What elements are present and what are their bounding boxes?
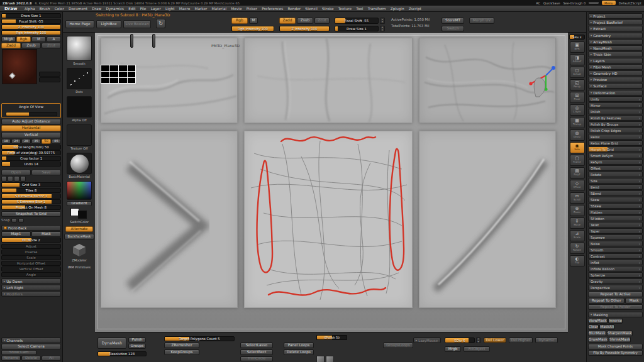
fill-mode-slider[interactable]: Fill Mode 2 bbox=[1, 238, 61, 243]
menu-item[interactable]: Edit bbox=[128, 7, 135, 11]
draw-size-slider[interactable]: Draw Size 1 bbox=[335, 26, 379, 31]
zscript-label[interactable]: DefaultZScript bbox=[619, 1, 641, 5]
masking-button[interactable]: MaskAll bbox=[599, 324, 614, 330]
subpalette-header[interactable]: ▸ NanoMesh bbox=[588, 45, 643, 51]
chevron-right-icon[interactable]: › bbox=[639, 110, 640, 114]
grid-overlay-widget[interactable] bbox=[101, 65, 136, 84]
plane-tile-mid-right[interactable] bbox=[419, 131, 556, 308]
paint-mode-button[interactable]: A bbox=[47, 36, 61, 42]
deformation-slider[interactable]: Skew › bbox=[588, 197, 643, 202]
spix-slider[interactable]: SPix 3 bbox=[569, 35, 585, 40]
document-canvas[interactable]: PM3D_Plane3D bbox=[95, 33, 568, 332]
menu-item[interactable]: Picker bbox=[247, 7, 257, 11]
morph-uv-button[interactable]: Morph UV bbox=[469, 18, 494, 24]
zcut-button[interactable]: Zcut bbox=[314, 18, 330, 24]
menu-item[interactable]: Marker bbox=[194, 7, 207, 11]
deformation-slider[interactable]: Rotate › bbox=[588, 172, 643, 177]
subpalette-header[interactable]: ▸ Layers bbox=[588, 58, 643, 63]
menu-item[interactable]: Movie bbox=[231, 7, 242, 11]
deformation-slider[interactable]: Smart ReSym › bbox=[588, 153, 643, 158]
mrgb-button[interactable]: Mrgb bbox=[445, 346, 461, 352]
canvas-slider-handle[interactable] bbox=[130, 34, 133, 48]
masking-button[interactable]: Clear bbox=[588, 324, 599, 330]
gradient-button[interactable]: Gradient bbox=[67, 201, 92, 206]
subpalette-header[interactable]: ▸ Geometry HD bbox=[588, 70, 643, 76]
chevron-right-icon[interactable]: › bbox=[639, 229, 640, 233]
rgb-intensity-slider[interactable]: Rgb Intensity 100 bbox=[231, 26, 274, 31]
shelf-icon-button[interactable]: ◎ L.Sym bbox=[570, 104, 585, 116]
open-button[interactable]: Open bbox=[1, 170, 31, 175]
geometry-header[interactable]: ▾ Geometry bbox=[588, 33, 643, 38]
masking-button[interactable]: Mask Changed Points bbox=[588, 344, 643, 349]
delete-loops-button[interactable]: Delete Loops bbox=[284, 349, 314, 355]
z-intensity-slider[interactable]: Z Intensity 100 bbox=[279, 26, 330, 31]
ac-button[interactable]: AC bbox=[536, 1, 540, 5]
imm-brush-thumb[interactable] bbox=[316, 356, 325, 362]
deformation-slider[interactable]: Polish By Groups › bbox=[588, 121, 643, 127]
zadd-button[interactable]: Zadd bbox=[279, 18, 296, 24]
palette-slider[interactable]: Grid Size 3 bbox=[1, 182, 61, 187]
chevron-right-icon[interactable]: › bbox=[639, 135, 640, 139]
chevron-right-icon[interactable]: › bbox=[639, 116, 640, 120]
masking-button[interactable]: SharpenMask bbox=[607, 331, 633, 336]
palette-slider[interactable]: Focal Shift -55 bbox=[1, 19, 61, 24]
dynamesh-button[interactable]: DynaMesh bbox=[97, 337, 126, 349]
brush-thumbnail[interactable] bbox=[67, 36, 92, 61]
deformation-slider[interactable]: Morph To Grid › bbox=[588, 146, 643, 152]
deformation-slider[interactable]: SSkew › bbox=[588, 203, 643, 209]
mode-button[interactable]: ↻ bbox=[156, 19, 165, 28]
camera-footer-button[interactable]: Delete bbox=[21, 356, 41, 361]
grid-mini-button[interactable] bbox=[8, 176, 13, 182]
deformation-slider[interactable]: Taper › bbox=[588, 228, 643, 234]
chevron-right-icon[interactable]: › bbox=[639, 123, 640, 126]
select-lasso-button[interactable]: SelectLasso bbox=[240, 343, 273, 348]
sculpt-mode-button[interactable]: Zadd bbox=[1, 43, 21, 48]
deformation-slider[interactable]: Unify › bbox=[588, 96, 643, 102]
deformation-slider[interactable]: Twist › bbox=[588, 222, 643, 228]
menu-item[interactable]: Preferences bbox=[262, 7, 283, 11]
draw-size-stepper[interactable]: ▴▾ bbox=[380, 26, 385, 31]
subpalette-header[interactable]: ▸ Surface bbox=[588, 83, 643, 89]
chevron-right-icon[interactable]: › bbox=[639, 280, 640, 283]
imm-brush-thumb[interactable] bbox=[326, 356, 334, 362]
shelf-icon-button[interactable]: ▦ Transp bbox=[570, 117, 585, 128]
masking-header[interactable]: ▾ Masking bbox=[588, 312, 643, 317]
shelf-icon-button[interactable]: ⊕ Zoom bbox=[570, 205, 585, 216]
palette-slider[interactable]: S Extreme Factor 1 bbox=[1, 194, 61, 199]
masking-button[interactable]: ViewMask bbox=[588, 318, 608, 324]
live-boolean-button[interactable]: Live Boolean bbox=[123, 20, 151, 28]
menu-item[interactable]: Stroke bbox=[322, 7, 333, 11]
palette-slider[interactable]: Angle bbox=[1, 272, 61, 277]
subpalette-header[interactable]: ▸ ArrayMesh bbox=[588, 39, 643, 45]
menu-item[interactable]: Stencil bbox=[305, 7, 318, 11]
zmodeler-cube-icon[interactable] bbox=[72, 243, 87, 258]
home-page-button[interactable]: Home Page bbox=[65, 20, 94, 28]
deformation-slider[interactable]: ReSym › bbox=[588, 159, 643, 165]
menu-item[interactable]: Draw bbox=[92, 7, 101, 11]
chevron-right-icon[interactable]: › bbox=[639, 154, 640, 158]
deformation-slider[interactable]: Bend › bbox=[588, 184, 643, 190]
quicksave-button[interactable]: QuickSave bbox=[543, 1, 560, 5]
shelf-icon-button[interactable]: ↕ Move bbox=[570, 217, 585, 229]
shelf-icon-button[interactable]: ◇ XPose bbox=[570, 180, 585, 191]
repeat-to-active-button[interactable]: Repeat To Active bbox=[588, 292, 643, 297]
grid-mini-button[interactable] bbox=[1, 176, 7, 182]
deformation-slider[interactable]: Spherize › bbox=[588, 272, 643, 278]
deformation-slider[interactable]: Gravity › bbox=[588, 278, 643, 284]
menu-item[interactable]: Layer bbox=[151, 7, 161, 11]
backface-mask-button[interactable]: BackfaceMask bbox=[64, 234, 94, 239]
paint-mode-button[interactable]: Mrgb bbox=[1, 36, 16, 42]
up-down-header[interactable]: ▸Up Down bbox=[1, 278, 61, 284]
shelf-icon-button[interactable]: ▣ BPR bbox=[570, 41, 585, 53]
alternate-button[interactable]: Alternate bbox=[65, 226, 93, 232]
mask-button[interactable]: Mask bbox=[31, 231, 61, 237]
deformation-slider[interactable]: Smooth › bbox=[588, 247, 643, 253]
palette-slider[interactable]: Tiles 8 bbox=[1, 188, 61, 193]
chevron-right-icon[interactable]: › bbox=[639, 160, 640, 164]
select-camera-button[interactable]: Select Camera bbox=[1, 344, 61, 349]
chevron-right-icon[interactable]: › bbox=[639, 179, 640, 183]
chevron-right-icon[interactable]: › bbox=[639, 248, 640, 252]
preview-thumbnail[interactable] bbox=[2, 49, 37, 84]
canvas-slider-handle[interactable] bbox=[152, 34, 155, 48]
snap-mini-button[interactable] bbox=[18, 218, 24, 222]
